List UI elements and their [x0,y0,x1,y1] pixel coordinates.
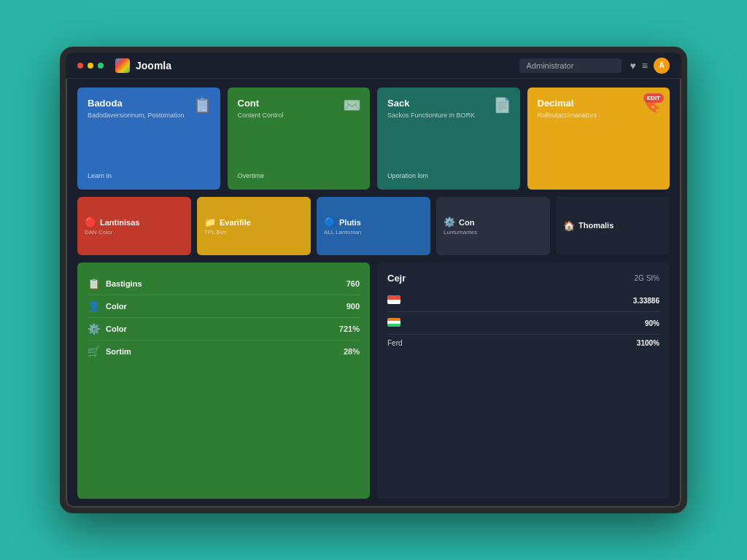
tile2-con[interactable]: ⚙️ Con Luntumantes [436,197,550,255]
panel-right-header: Cejr 2G SI% [387,273,659,284]
color1-value: 900 [347,302,360,311]
tile-sack[interactable]: 📄 Sack Sackos Functionture In BORK Upora… [377,88,520,190]
lantinisas-icon: 🔴 [85,217,96,228]
dot-yellow[interactable] [88,63,93,69]
tile-cont-footer: Overtime [238,172,360,179]
panel-left-row-3-left: 🛒 Sortim [88,346,131,357]
tile-cont-desc: Content Control [238,112,360,120]
tile-decimal-title: Decimal [538,98,660,109]
thomalis-label: Thomalis [578,221,614,230]
top-bar: Joomla Administrator ♥ ≡ A [66,52,681,79]
bottom-section: 📋 Bastigins 760 👤 Color 900 ⚙️ Color [77,262,670,499]
thomalis-icon: 🏠 [563,220,575,231]
evarifile-label: Evarifile [220,218,251,227]
tile-badoda-footer: Learn In [88,172,210,179]
tile-sack-title: Sack [387,98,510,109]
user-avatar[interactable]: A [654,58,670,74]
panel-right-row-1-left [387,316,400,330]
list-icon[interactable]: ≡ [642,60,648,71]
panel-right: Cejr 2G SI% 3.33886 90% Ferd [377,262,670,499]
panel-left: 📋 Bastigins 760 👤 Color 900 ⚙️ Color [77,262,370,499]
con-label: Con [459,218,474,227]
tablet-frame: Joomla Administrator ♥ ≡ A 📋 Badoda Bado… [60,47,687,513]
tile2-thomalis[interactable]: 🏠 Thomalis [556,197,670,255]
panel-right-row-0-left [387,294,400,307]
sortim-icon: 🛒 [88,346,100,357]
panel-left-row-0-left: 📋 Bastigins [88,278,142,289]
panel-left-row-1: 👤 Color 900 [88,295,360,318]
tile2-lantinisas[interactable]: 🔴 Lantinisas DAN Color [77,197,191,255]
top-bar-left: Joomla [77,58,171,73]
panel-left-row-2: ⚙️ Color 721% [88,318,360,341]
top-tiles-row: 📋 Badoda Badodaversionnum, Postomation L… [77,88,670,190]
tile-cont[interactable]: ✉️ Cont Content Control Overtime [228,88,371,190]
tile-cont-title: Cont [238,98,360,109]
bastigins-icon: 📋 [88,278,100,289]
tile-sack-desc: Sackos Functionture In BORK [387,112,510,120]
tile-decimal[interactable]: EDIT 🔖 Decimal Rolloutaccimanators [527,88,670,190]
dot-green[interactable] [98,63,104,69]
tile2-plutis[interactable]: 🔵 Plutis ALL Lantonian [317,197,430,255]
panel-left-row-2-left: ⚙️ Color [88,323,127,335]
panel-right-row-1: 90% [387,312,659,335]
con-icon: ⚙️ [444,217,455,228]
color1-label: Color [106,302,127,311]
panel-right-value-0: 3.33886 [633,297,659,305]
bell-icon[interactable]: ♥ [630,60,636,71]
second-tiles-row: 🔴 Lantinisas DAN Color 📁 Evarifile TPL B… [77,197,670,255]
top-bar-right: Administrator ♥ ≡ A [519,58,670,74]
plutis-icon: 🔵 [324,217,336,228]
color1-icon: 👤 [88,300,100,312]
tile-decimal-icon: 🔖 [643,96,661,114]
app-name: Joomla [136,60,171,71]
search-bar[interactable]: Administrator [519,58,622,73]
panel-right-value-1: 90% [645,319,659,327]
panel-right-value-2: 3100% [637,339,659,347]
tile2-evarifile[interactable]: 📁 Evarifile TPL Blm [197,197,311,255]
panel-right-label-2: Ferd [387,339,403,347]
panel-right-subtitle: 2G SI% [635,274,659,282]
lantinisas-sub: DAN Color [85,229,184,236]
tile-badoda-icon: 📋 [193,96,212,114]
sortim-label: Sortim [106,347,131,356]
tile-cont-icon: ✉️ [343,96,361,114]
tile-badoda[interactable]: 📋 Badoda Badodaversionnum, Postomation L… [77,88,220,190]
color2-icon: ⚙️ [88,323,100,335]
plutis-label: Plutis [339,218,361,227]
panel-right-row-0: 3.33886 [387,289,659,312]
color2-value: 721% [339,324,360,333]
top-icons: ♥ ≡ A [630,58,670,74]
evarifile-icon: 📁 [204,217,216,228]
tile-sack-icon: 📄 [493,96,511,114]
main-content: 📋 Badoda Badodaversionnum, Postomation L… [66,79,681,508]
logo-area: Joomla [115,58,171,73]
con-sub: Luntumantes [444,229,543,236]
tile-decimal-desc: Rolloutaccimanators [538,112,660,120]
tile-badoda-title: Badoda [88,98,210,109]
panel-left-row-1-left: 👤 Color [88,300,127,312]
bastigins-label: Bastigins [106,279,142,288]
bastigins-value: 760 [347,279,360,288]
sortim-value: 28% [344,347,360,356]
evarifile-sub: TPL Blm [204,229,303,236]
lantinisas-label: Lantinisas [100,218,139,227]
tile-badoda-desc: Badodaversionnum, Postomation [88,112,210,120]
flag-red-white-icon [387,295,400,304]
panel-right-title: Cejr [387,273,406,284]
panel-left-row-0: 📋 Bastigins 760 [88,273,360,295]
panel-right-row-2: Ferd 3100% [387,335,659,351]
color2-label: Color [106,324,127,333]
dot-red[interactable] [77,63,83,69]
flag-orange-white-icon [387,318,400,327]
panel-left-row-3: 🛒 Sortim 28% [88,341,360,362]
joomla-logo-icon [115,58,130,73]
plutis-sub: ALL Lantonian [324,229,423,236]
tile-sack-footer: Uporation lom [387,172,510,179]
